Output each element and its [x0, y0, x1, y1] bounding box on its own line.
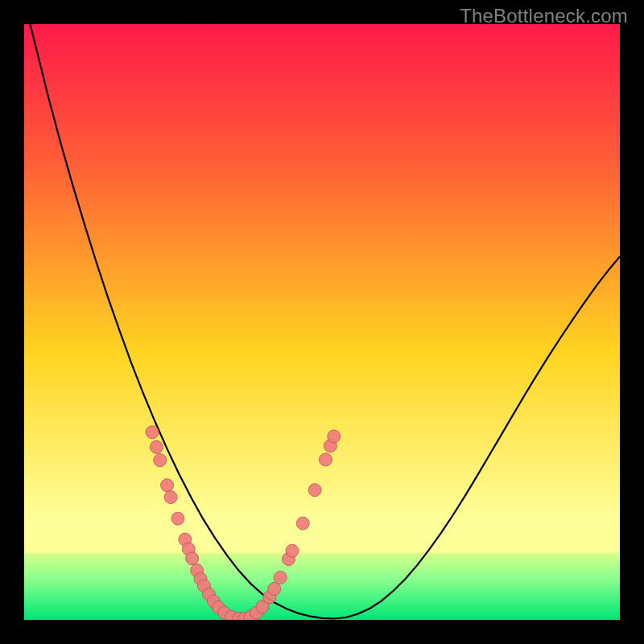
data-point	[150, 440, 163, 453]
data-point	[164, 491, 177, 504]
gradient-background	[24, 24, 620, 620]
chart-frame: TheBottleneck.com	[0, 0, 644, 644]
data-point	[268, 583, 281, 596]
data-point	[146, 426, 159, 439]
data-point	[171, 512, 184, 525]
data-point	[328, 430, 341, 443]
data-point	[296, 517, 309, 530]
data-point	[319, 453, 332, 466]
data-point	[161, 479, 174, 492]
data-point	[308, 484, 321, 497]
data-point	[286, 544, 299, 557]
data-point	[186, 552, 199, 565]
bottleneck-chart-svg	[24, 24, 620, 620]
plot-area	[24, 24, 620, 620]
data-point	[274, 571, 287, 584]
data-point	[154, 454, 167, 467]
